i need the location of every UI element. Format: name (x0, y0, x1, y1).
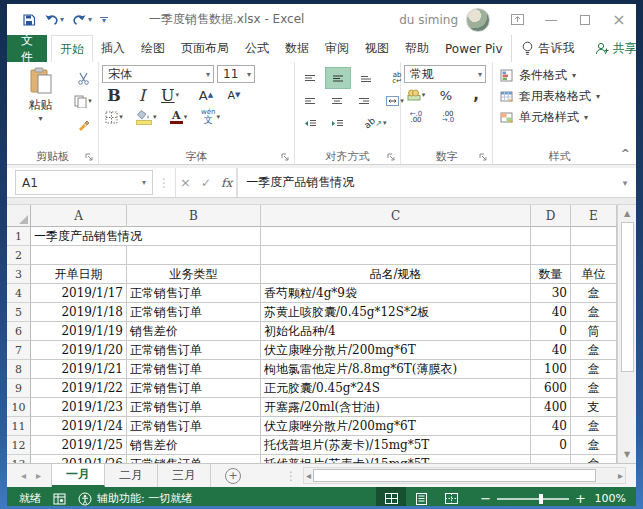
name-box[interactable]: A1 ▾ (15, 170, 153, 195)
grid-cell[interactable]: 数量 (531, 265, 571, 284)
ribbon-display-options-button[interactable] (500, 7, 534, 33)
grid-cell[interactable]: 2019/1/23 (31, 398, 127, 417)
grid-cell[interactable]: 正常销售订单 (127, 360, 261, 379)
macro-record-icon[interactable] (53, 493, 66, 505)
grid-cell[interactable]: 销售差价 (127, 322, 261, 341)
accounting-dropdown[interactable]: ▾ (422, 91, 426, 99)
collapse-ribbon-button[interactable]: ^ (621, 147, 630, 160)
number-dialog-launcher[interactable] (479, 153, 487, 161)
align-left-button[interactable] (298, 91, 322, 111)
redo-button[interactable]: ▾ (69, 11, 95, 28)
grid-cell[interactable]: 业务类型 (127, 265, 261, 284)
grid-cell[interactable]: 2019/1/24 (31, 417, 127, 436)
horizontal-scrollbar[interactable]: ◂ ▸ (303, 464, 626, 487)
scroll-left-button[interactable]: ◂ (304, 470, 313, 481)
cut-button[interactable] (71, 68, 95, 88)
minimize-button[interactable]: — (534, 7, 568, 33)
grid-cell[interactable] (531, 455, 571, 463)
grid-cell[interactable]: 正常销售订单 (127, 284, 261, 303)
grid-cell[interactable]: 伏立康唑分散片/200mg*6T (261, 417, 531, 436)
grow-font-button[interactable]: A▲ (194, 85, 218, 105)
borders-button[interactable]: ▾ (102, 107, 126, 127)
copy-button[interactable]: ▾ (71, 91, 95, 111)
vertical-scroll-thumb[interactable] (621, 222, 634, 372)
insert-function-button[interactable]: fx (221, 176, 232, 190)
grid-cell[interactable]: 40 (531, 417, 571, 436)
col-header-E[interactable]: E (571, 205, 617, 227)
alignment-dialog-launcher[interactable] (387, 153, 395, 161)
zoom-level[interactable]: 100% (592, 492, 626, 505)
grid-cell[interactable] (261, 246, 531, 265)
conditional-formatting-button[interactable]: 条件格式▾ (496, 65, 623, 86)
grid-cell[interactable]: 单位 (571, 265, 617, 284)
grid-cell[interactable]: 0 (531, 322, 571, 341)
grid-cell[interactable]: 40 (531, 341, 571, 360)
grid-cell[interactable]: 100 (531, 360, 571, 379)
ribbon-tab-数据[interactable]: 数据 (277, 35, 317, 62)
row-header-5[interactable]: 5 (7, 303, 31, 322)
ribbon-tab-视图[interactable]: 视图 (357, 35, 397, 62)
name-box-dropdown[interactable]: ▾ (142, 178, 146, 187)
grid-cell[interactable]: 0 (531, 436, 571, 455)
cell-styles-button[interactable]: 单元格样式▾ (496, 107, 623, 128)
row-header-3[interactable]: 3 (7, 265, 31, 284)
col-header-D[interactable]: D (531, 205, 571, 227)
orientation-button[interactable]: ab ↗ ▾ (362, 113, 388, 133)
grid-cell[interactable]: 盒 (571, 341, 617, 360)
grid-cell[interactable]: 伏立康唑分散片/200mg*6T (261, 341, 531, 360)
phonetic-guide-button[interactable]: wén文 ▾ (199, 107, 223, 127)
align-right-button[interactable] (352, 91, 376, 111)
decrease-indent-button[interactable] (298, 113, 322, 133)
percent-style-button[interactable]: % (434, 85, 458, 105)
cancel-entry-button[interactable]: × (180, 175, 191, 190)
undo-dropdown[interactable]: ▾ (60, 15, 64, 24)
file-tab[interactable]: 文件 (7, 35, 47, 62)
expand-formula-bar-button[interactable]: ▾ (614, 168, 636, 197)
grid-cell[interactable]: 正常销售订单 (127, 341, 261, 360)
bold-button[interactable]: B (102, 85, 126, 105)
ribbon-tab-帮助[interactable]: 帮助 (397, 35, 437, 62)
formula-input[interactable]: 一季度产品销售情况 (237, 168, 614, 197)
grid-cell[interactable] (531, 227, 571, 246)
format-as-table-button[interactable]: 套用表格格式▾ (496, 86, 623, 107)
grid-cell[interactable]: 香芍颗粒/4g*9袋 (261, 284, 531, 303)
increase-decimal-button[interactable]: ←.0.00 (404, 107, 428, 127)
ribbon-tab-绘图[interactable]: 绘图 (133, 35, 173, 62)
grid-cell[interactable]: 2019/1/22 (31, 379, 127, 398)
grid-cell[interactable] (571, 246, 617, 265)
grid-cell[interactable]: 正常销售订单 (127, 417, 261, 436)
orientation-dropdown[interactable]: ▾ (383, 119, 387, 127)
copy-dropdown[interactable]: ▾ (88, 97, 92, 105)
prev-sheet-button[interactable]: ◂ (21, 470, 26, 481)
ribbon-tab-开始[interactable]: 开始 (51, 35, 93, 62)
grid-cell[interactable]: 盒 (571, 303, 617, 322)
underline-button[interactable]: U▾ (158, 85, 182, 105)
grid-cell[interactable] (261, 227, 531, 246)
grid-cell[interactable]: 苏黄止咳胶囊/0.45g*12S*2板 (261, 303, 531, 322)
grid-cell[interactable]: 600 (531, 379, 571, 398)
grid-cell[interactable]: 2019/1/17 (31, 284, 127, 303)
italic-button[interactable]: I (130, 85, 154, 105)
grid-cell[interactable]: 2019/1/19 (31, 322, 127, 341)
sheet-tab-二月[interactable]: 二月 (105, 464, 158, 487)
borders-dropdown[interactable]: ▾ (119, 113, 123, 121)
row-header-6[interactable]: 6 (7, 322, 31, 341)
font-name-combo[interactable]: 宋体▾ (102, 65, 214, 83)
row-header-4[interactable]: 4 (7, 284, 31, 303)
phonetic-dropdown[interactable]: ▾ (216, 113, 220, 121)
grid-cell[interactable]: 2019/1/18 (31, 303, 127, 322)
page-break-preview-button[interactable] (436, 487, 466, 506)
grid-cell[interactable]: 品名/规格 (261, 265, 531, 284)
comma-style-button[interactable]: , (464, 85, 488, 105)
row-header-12[interactable]: 12 (7, 436, 31, 455)
grid-cell[interactable]: 正常销售订单 (127, 398, 261, 417)
grid-cell[interactable] (31, 246, 127, 265)
redo-dropdown[interactable]: ▾ (88, 15, 92, 24)
increase-indent-button[interactable] (325, 113, 349, 133)
align-bottom-button[interactable] (354, 68, 378, 88)
undo-button[interactable]: ▾ (41, 11, 67, 28)
sheet-tab-一月[interactable]: 一月 (52, 464, 105, 487)
ribbon-tab-Power Piv[interactable]: Power Piv (437, 35, 511, 62)
next-sheet-button[interactable]: ▸ (36, 470, 41, 481)
col-header-A[interactable]: A (31, 205, 127, 227)
